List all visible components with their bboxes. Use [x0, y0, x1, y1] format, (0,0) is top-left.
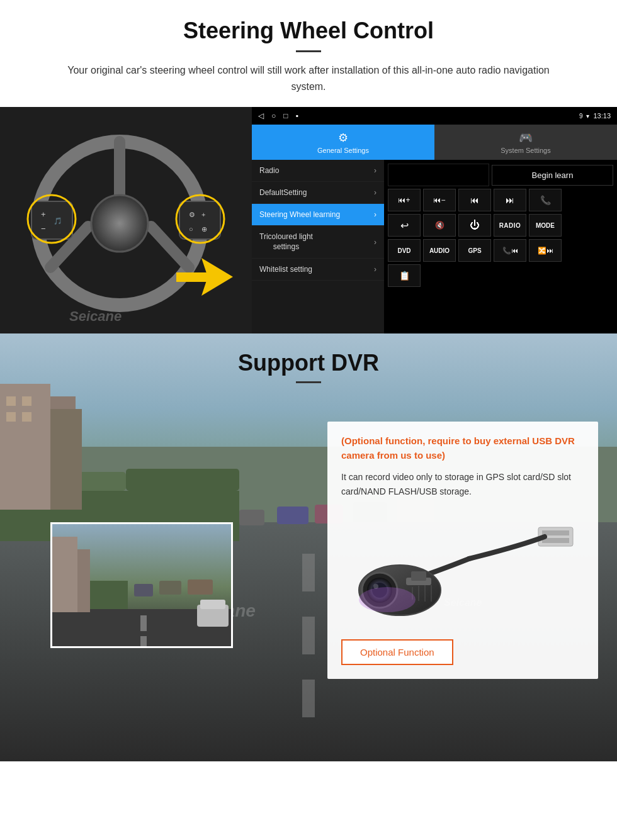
svg-rect-36: [50, 409, 82, 510]
doc-btn[interactable]: 📋: [388, 264, 421, 287]
svg-rect-55: [542, 530, 569, 535]
camera-device-area: Seicane: [341, 508, 584, 624]
phone-btn[interactable]: 📞: [529, 189, 562, 211]
next-btn[interactable]: ⏭: [494, 189, 526, 211]
svg-rect-51: [200, 600, 225, 609]
tab-system-label: System Settings: [501, 147, 550, 154]
svg-rect-25: [302, 680, 315, 717]
menu-item-whitelist[interactable]: Whitelist setting ›: [252, 259, 384, 281]
gps-btn[interactable]: GPS: [458, 239, 491, 262]
control-row-1: ⏮+ ⏮− ⏮ ⏭ 📞: [388, 189, 613, 211]
control-row-4: 📋: [388, 264, 613, 287]
control-row-3: DVD AUDIO GPS 📞⏮ 🔀⏭: [388, 239, 613, 262]
svg-text:⊕: ⊕: [201, 225, 207, 233]
svg-rect-40: [22, 412, 31, 422]
svg-text:🎵: 🎵: [54, 216, 62, 225]
svg-point-5: [91, 195, 148, 252]
menu-icon[interactable]: ▪: [296, 111, 298, 120]
svg-rect-49: [140, 636, 147, 648]
vol-up-btn[interactable]: ⏮+: [388, 189, 421, 211]
page-title: Steering Wheel Control: [38, 18, 579, 44]
svg-rect-24: [302, 617, 315, 654]
svg-text:Seicane: Seicane: [69, 308, 122, 324]
menu-whitelist-label: Whitelist setting: [259, 265, 312, 274]
dvr-section: Seicane Support DVR: [0, 333, 617, 761]
shuffle-btn[interactable]: 🔀⏭: [529, 239, 562, 262]
status-bar: ◁ ○ □ ▪ 9 ▾ 13:13: [252, 107, 617, 125]
dvr-divider: [296, 381, 321, 383]
subtitle-text: Your original car's steering wheel contr…: [50, 62, 567, 94]
system-icon: 🎮: [519, 131, 533, 145]
header-section: Steering Wheel Control Your original car…: [0, 0, 617, 107]
hangup-btn[interactable]: ↩: [388, 214, 421, 237]
svg-text:−: −: [41, 224, 46, 233]
android-tabs: ⚙ General Settings 🎮 System Settings: [252, 125, 617, 160]
signal-icon: 9: [579, 113, 583, 120]
svg-rect-38: [22, 396, 31, 406]
svg-point-68: [359, 587, 416, 612]
mode-btn[interactable]: MODE: [529, 214, 562, 237]
phone-prev-btn[interactable]: 📞⏮: [494, 239, 526, 262]
svg-rect-53: [52, 537, 77, 612]
svg-rect-37: [6, 396, 16, 406]
svg-rect-6: [31, 201, 72, 239]
svg-rect-44: [134, 584, 153, 596]
menu-tricolour-label: Tricoloured lightsettings: [259, 232, 313, 252]
begin-learn-button[interactable]: Begin learn: [492, 165, 613, 186]
empty-cell: [388, 164, 489, 186]
dvr-info-card: (Optional function, require to buy exter…: [327, 422, 598, 679]
tab-system[interactable]: 🎮 System Settings: [434, 125, 617, 160]
dvr-title-area: Support DVR: [0, 333, 617, 389]
status-icons: 9 ▾ 13:13: [579, 112, 611, 120]
wifi-icon: ▾: [586, 113, 589, 120]
menu-default-label: DefaultSetting: [259, 188, 307, 197]
svg-rect-46: [188, 580, 213, 595]
gear-icon: ⚙: [338, 131, 348, 145]
menu-item-tricolour[interactable]: Tricoloured lightsettings ›: [252, 226, 384, 259]
svg-text:Seicane: Seicane: [444, 597, 482, 608]
time-display: 13:13: [593, 112, 611, 120]
steering-block: + − 🎵 ⚙ + ○ ⊕ Seicane ◁ ○ □ ▪: [0, 107, 617, 333]
steering-image: + − 🎵 ⚙ + ○ ⊕ Seicane: [0, 107, 252, 333]
nav-icons: ◁ ○ □ ▪: [258, 111, 298, 120]
svg-rect-48: [140, 615, 147, 631]
power-btn[interactable]: ⏻: [458, 214, 491, 237]
svg-rect-10: [179, 201, 220, 239]
svg-text:+: +: [201, 211, 205, 218]
svg-rect-45: [159, 581, 181, 595]
title-divider: [296, 50, 321, 52]
svg-rect-18: [176, 272, 208, 282]
svg-rect-63: [411, 571, 426, 581]
svg-rect-56: [542, 538, 569, 543]
menu-whitelist-arrow: ›: [374, 265, 376, 274]
tab-general[interactable]: ⚙ General Settings: [252, 125, 434, 160]
back-icon[interactable]: ◁: [258, 111, 264, 120]
home-icon[interactable]: ○: [271, 111, 276, 120]
begin-learn-row: Begin learn: [388, 164, 613, 186]
menu-item-radio[interactable]: Radio ›: [252, 160, 384, 182]
mute-btn[interactable]: 🔇: [423, 214, 456, 237]
control-panel: Begin learn ⏮+ ⏮− ⏮ ⏭ 📞 ↩ 🔇 ⏻ RADIO MODE: [384, 160, 617, 333]
menu-steering-arrow: ›: [374, 210, 376, 219]
prev-btn[interactable]: ⏮: [458, 189, 491, 211]
optional-text: (Optional function, require to buy exter…: [341, 434, 584, 462]
dvr-description: It can record video only to storage in G…: [341, 470, 584, 498]
optional-function-button[interactable]: Optional Function: [341, 639, 453, 665]
audio-btn[interactable]: AUDIO: [423, 239, 456, 262]
menu-item-steering[interactable]: Steering Wheel learning ›: [252, 204, 384, 226]
android-content: Radio › DefaultSetting › Steering Wheel …: [252, 160, 617, 333]
svg-rect-26: [239, 510, 264, 525]
radio-btn[interactable]: RADIO: [494, 214, 526, 237]
svg-text:⚙: ⚙: [189, 211, 195, 218]
dvd-btn[interactable]: DVD: [388, 239, 421, 262]
vol-down-btn[interactable]: ⏮−: [423, 189, 456, 211]
svg-text:○: ○: [189, 225, 193, 233]
menu-item-default[interactable]: DefaultSetting ›: [252, 182, 384, 204]
tab-general-label: General Settings: [317, 147, 369, 154]
menu-radio-label: Radio: [259, 166, 279, 175]
menu-tricolour-arrow: ›: [374, 238, 376, 247]
menu-radio-arrow: ›: [374, 166, 376, 175]
svg-rect-27: [277, 507, 308, 524]
recent-icon[interactable]: □: [283, 111, 288, 120]
dvr-thumbnail: [50, 522, 233, 648]
